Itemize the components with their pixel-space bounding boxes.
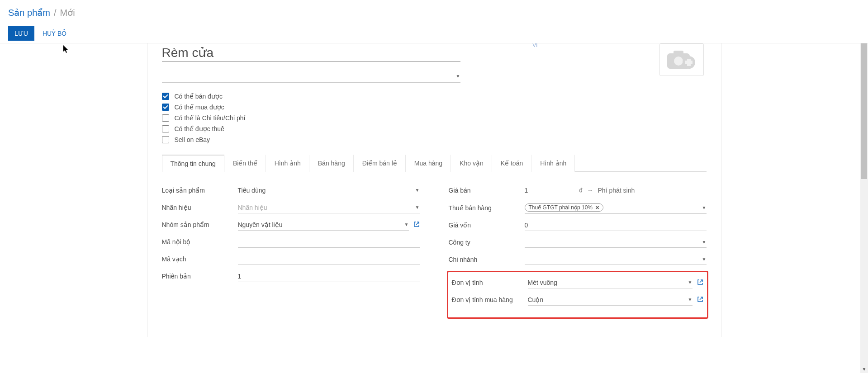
breadcrumb: Sản phẩm / Mới — [8, 0, 860, 18]
sell-on-ebay-checkbox[interactable] — [162, 136, 169, 143]
save-button[interactable]: LƯU — [8, 26, 34, 41]
tax-tag: Thuế GTGT phải nộp 10% ✕ — [525, 203, 604, 212]
can-be-expense-checkbox[interactable] — [162, 114, 169, 122]
caret-down-icon: ▼ — [702, 257, 707, 262]
svg-rect-1 — [674, 51, 683, 55]
tab-accounting[interactable]: Kế toán — [492, 155, 531, 172]
caret-down-icon: ▼ — [688, 280, 693, 285]
cost-label: Giá vốn — [449, 222, 525, 229]
discard-button[interactable]: HUỶ BỎ — [43, 30, 66, 37]
internal-ref-label: Mã nội bộ — [162, 238, 238, 246]
can-be-sold-checkbox[interactable] — [162, 93, 169, 100]
barcode-input[interactable] — [238, 254, 420, 265]
tag-remove-icon[interactable]: ✕ — [595, 205, 599, 211]
uom-external-link-icon[interactable] — [697, 279, 703, 287]
sale-price-label: Giá bán — [449, 187, 525, 194]
branch-select[interactable]: ▼ — [525, 254, 707, 265]
caret-down-icon: ▼ — [415, 188, 420, 193]
caret-down-icon: ▼ — [404, 222, 409, 227]
barcode-label: Mã vạch — [162, 255, 238, 263]
can-be-purchased-checkbox[interactable] — [162, 104, 169, 111]
category-external-link-icon[interactable] — [413, 221, 420, 229]
category-select[interactable]: Nguyên vật liệu ▼ — [238, 219, 409, 231]
sale-tax-label: Thuế bán hàng — [449, 204, 525, 212]
cost-input[interactable] — [525, 220, 707, 231]
branch-label: Chi nhánh — [449, 256, 525, 263]
tab-images-2[interactable]: Hình ảnh — [531, 155, 575, 172]
checkbox-group: Có thể bán được Có thể mua được Có thể l… — [147, 83, 721, 151]
can-be-sold-label: Có thể bán được — [175, 93, 223, 100]
company-select[interactable]: ▼ — [525, 237, 707, 248]
category-label: Nhóm sản phẩm — [162, 221, 238, 228]
svg-rect-5 — [685, 61, 693, 64]
form-sheet: VI ▼ — [147, 43, 721, 337]
camera-add-icon — [665, 49, 698, 71]
sale-price-input[interactable] — [525, 185, 574, 196]
can-be-rented-label: Có thể được thuê — [175, 125, 224, 132]
tab-pos[interactable]: Điểm bán lẻ — [354, 155, 406, 172]
sell-on-ebay-label: Sell on eBay — [175, 136, 210, 143]
product-type-label: Loại sản phẩm — [162, 187, 238, 194]
tab-variants[interactable]: Biến thể — [224, 155, 266, 172]
arrow-right-icon: → — [587, 187, 593, 194]
scroll-down-icon[interactable]: ▼ — [860, 365, 868, 373]
tab-inventory[interactable]: Kho vận — [451, 155, 492, 172]
caret-down-icon: ▼ — [702, 205, 707, 210]
caret-down-icon: ▼ — [702, 240, 707, 245]
secondary-select[interactable]: ▼ — [162, 70, 460, 83]
breadcrumb-separator: / — [54, 8, 57, 18]
version-input[interactable] — [238, 271, 420, 282]
version-label: Phiên bản — [162, 273, 238, 280]
can-be-expense-label: Có thể là Chi tiêu/Chi phí — [175, 114, 246, 122]
right-column: Giá bán ₫ → Phí phát sinh Thuế bán hàng — [434, 184, 721, 319]
caret-down-icon: ▼ — [688, 297, 693, 302]
breadcrumb-root-link[interactable]: Sản phẩm — [8, 7, 50, 18]
caret-down-icon: ▼ — [415, 205, 420, 210]
language-badge[interactable]: VI — [533, 42, 538, 48]
tab-bar: Thông tin chung Biến thể Hình ảnh Bán hà… — [162, 154, 707, 172]
purchase-uom-external-link-icon[interactable] — [697, 296, 703, 304]
currency-symbol: ₫ — [579, 187, 583, 194]
can-be-purchased-label: Có thể mua được — [175, 104, 224, 111]
internal-ref-input[interactable] — [238, 236, 420, 248]
left-column: Loại sản phẩm Tiêu dùng ▼ Nhãn hiệu — [147, 184, 434, 319]
product-image-placeholder[interactable] — [659, 43, 704, 76]
sale-tax-select[interactable]: Thuế GTGT phải nộp 10% ✕ ▼ — [525, 202, 707, 214]
company-label: Công ty — [449, 239, 525, 246]
uom-label: Đơn vị tính — [452, 279, 528, 286]
purchase-uom-select[interactable]: Cuộn ▼ — [528, 294, 693, 306]
product-type-select[interactable]: Tiêu dùng ▼ — [238, 185, 420, 196]
highlighted-uom-section: Đơn vị tính Mét vuông ▼ — [447, 271, 708, 319]
tab-images[interactable]: Hình ảnh — [266, 155, 309, 172]
brand-label: Nhãn hiệu — [162, 204, 238, 211]
product-name-input[interactable] — [162, 43, 460, 62]
scrollbar-thumb[interactable] — [861, 43, 867, 179]
action-buttons: LƯU HUỶ BỎ — [8, 26, 860, 41]
breadcrumb-current: Mới — [60, 7, 75, 18]
tab-general-info[interactable]: Thông tin chung — [162, 155, 224, 172]
extra-cost-link[interactable]: Phí phát sinh — [598, 187, 635, 194]
vertical-scrollbar[interactable]: ▲ ▼ — [860, 43, 868, 373]
tab-sales[interactable]: Bán hàng — [309, 155, 354, 172]
tab-purchase[interactable]: Mua hàng — [406, 155, 451, 172]
header-bar: Sản phẩm / Mới LƯU HUỶ BỎ — [0, 0, 868, 43]
svg-point-2 — [674, 57, 683, 66]
can-be-rented-checkbox[interactable] — [162, 125, 169, 132]
caret-down-icon: ▼ — [456, 74, 460, 79]
purchase-uom-label: Đơn vị tính mua hàng — [452, 296, 528, 303]
brand-select[interactable]: Nhãn hiệu ▼ — [238, 202, 420, 213]
uom-select[interactable]: Mét vuông ▼ — [528, 277, 693, 288]
